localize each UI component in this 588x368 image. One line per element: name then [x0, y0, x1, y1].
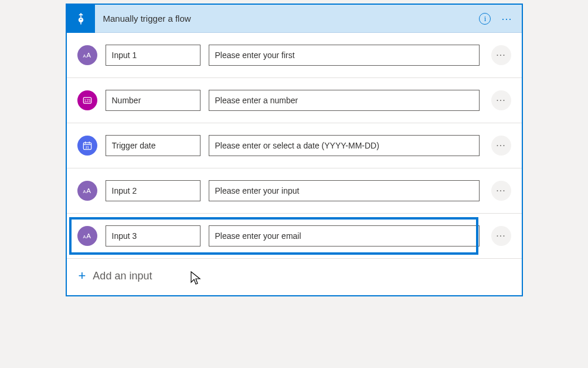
- header-actions: i ···: [479, 13, 521, 25]
- svg-text:A: A: [83, 53, 86, 59]
- svg-text:A: A: [86, 232, 91, 239]
- svg-text:A: A: [86, 51, 91, 59]
- card-title: Manually trigger a flow: [95, 13, 480, 23]
- input-name-field[interactable]: [106, 225, 200, 247]
- input-description-field[interactable]: [209, 135, 480, 156]
- trigger-card: Manually trigger a flow i ··· AA···123··…: [66, 4, 523, 296]
- row-menu-icon[interactable]: ···: [491, 226, 511, 246]
- trigger-icon: [67, 5, 95, 33]
- input-rows: AA···123···21···AA···AA···: [67, 33, 522, 258]
- input-description-field[interactable]: [209, 225, 480, 247]
- text-icon: AA: [77, 181, 97, 201]
- text-icon: AA: [77, 226, 97, 246]
- info-icon[interactable]: i: [479, 13, 491, 25]
- row-menu-icon[interactable]: ···: [491, 136, 511, 156]
- input-name-field[interactable]: [106, 135, 200, 156]
- input-name-field[interactable]: [106, 90, 200, 111]
- plus-icon: +: [79, 269, 86, 282]
- input-name-field[interactable]: [106, 180, 200, 201]
- add-input-button[interactable]: + Add an input: [67, 258, 522, 295]
- row-menu-icon[interactable]: ···: [491, 181, 511, 201]
- input-description-field[interactable]: [209, 180, 480, 201]
- text-icon: AA: [77, 45, 97, 65]
- svg-text:123: 123: [84, 99, 90, 103]
- add-input-label: Add an input: [93, 270, 152, 282]
- svg-text:A: A: [86, 187, 91, 194]
- svg-text:21: 21: [85, 146, 89, 149]
- card-header: Manually trigger a flow i ···: [67, 5, 522, 33]
- svg-text:A: A: [83, 234, 86, 239]
- calendar-icon: 21: [77, 136, 97, 156]
- row-menu-icon[interactable]: ···: [491, 90, 511, 110]
- input-row: AA···: [67, 214, 522, 258]
- cursor-icon: [190, 271, 202, 286]
- input-row: 21···: [67, 123, 522, 168]
- input-name-field[interactable]: [106, 45, 200, 66]
- number-icon: 123: [77, 90, 97, 110]
- input-description-field[interactable]: [209, 45, 480, 66]
- input-row: AA···: [67, 168, 522, 214]
- input-description-field[interactable]: [209, 90, 480, 111]
- input-row: 123···: [67, 78, 522, 123]
- card-menu-icon[interactable]: ···: [501, 13, 512, 24]
- row-menu-icon[interactable]: ···: [491, 45, 511, 65]
- svg-text:A: A: [83, 189, 86, 194]
- input-row: AA···: [67, 33, 522, 78]
